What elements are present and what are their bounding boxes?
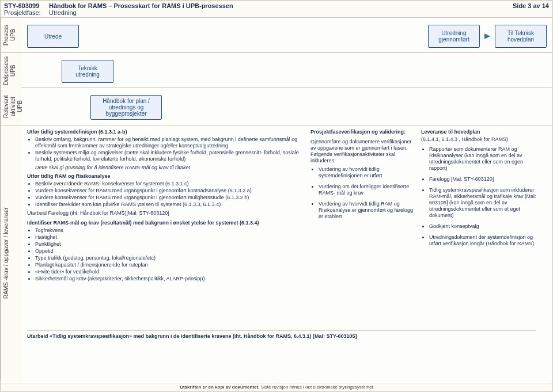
li: Godkjent konseptvalg	[429, 223, 536, 230]
page-header: STY-603099 Prosjektfase: Håndbok for RAM…	[1, 1, 552, 18]
verif-p1: Gjennomføre og dokumentere verifikasjone…	[310, 139, 414, 151]
li: Rapporter som dokumenterer RAM og Risiko…	[429, 146, 536, 172]
box-til-teknisk-hovedplan: Til Tekniskhovedplan	[495, 25, 547, 48]
h-systemdef: Utfør tidlig systemdefinisjon (6.1.3.1 a…	[27, 129, 304, 135]
lane-prosess: ProsessUPB Utrede Utredninggjennomført T…	[1, 18, 552, 53]
li: Farelogg [Mal: STY-603120]	[429, 176, 536, 182]
li: Hastighet	[35, 234, 304, 241]
li: Beskriv systemets miljø og omgivelser (D…	[35, 150, 304, 162]
page-footer: Utskriften er en kopi av dokumentet. Sis…	[1, 383, 552, 391]
lane-label-delprosess: DelprosessUPB	[1, 53, 21, 89]
lane-aktivitet: Relevantaktivitet UPB Håndbok for plan /…	[1, 88, 552, 125]
doc-id: STY-603099	[4, 2, 49, 9]
li: Vurdere konsekvenser for RAMS med utgang…	[35, 188, 304, 194]
page-number: Side 3 av 14	[497, 2, 549, 9]
doc-title: Håndbok for RAMS – Prosesskart for RAMS …	[49, 2, 497, 9]
lane-rams: RAMS -krav / oppgaver / leveranser Utfør…	[1, 125, 552, 380]
h-leveranse-ref: (6.1.4.1, 6.1.4.3 , Håndbok for RAMS)	[421, 136, 536, 143]
lane-label-prosess: ProsessUPB	[1, 18, 21, 52]
lane-label-aktivitet: Relevantaktivitet UPB	[1, 88, 21, 125]
li: Vurdering av hvorvidt tidlig systemdefin…	[319, 166, 414, 179]
lane-label-rams: RAMS -krav / oppgaver / leveranser	[1, 125, 21, 380]
li: Type trafikk (godstog, persontog, lokal/…	[35, 255, 304, 261]
li: Identifiser farekilder som kan påvirke R…	[35, 201, 304, 208]
li: «Hvite tider» for vedlikehold	[35, 269, 304, 275]
box-teknisk-utredning: Tekniskutredning	[62, 60, 113, 83]
box-utredning-gjennomfort: Utredninggjennomført	[428, 25, 480, 48]
rams-col-deliverables: Leveranse til hovedplan (6.1.4.1, 6.1.4.…	[421, 129, 536, 322]
note-grunnlag: Dette skal gi grunnlag for å identifiser…	[35, 165, 304, 171]
li: Oppetid	[35, 248, 304, 254]
verif-p2: Følgende verifikasjonsaktiviteter skal i…	[310, 151, 414, 164]
page: STY-603099 Prosjektfase: Håndbok for RAM…	[0, 0, 553, 392]
li: Vurdering av hvorvidt tidlig RAM og Risi…	[319, 201, 414, 220]
li: Utredningsdokument der systemdefinisjon …	[429, 234, 536, 247]
lane-delprosess: DelprosessUPB Tekniskutredning	[1, 53, 552, 88]
li: Vurdere konsekvenser for RAMS med utgang…	[35, 195, 304, 201]
li: Beskriv omfang, bakgrunn, rammer for og …	[35, 136, 304, 149]
li: Planlagt kapasitet / dimensjonerende for…	[35, 262, 304, 268]
li: Togfrekvens	[35, 227, 304, 234]
h-leveranse: Leveranse til hovedplan	[421, 129, 536, 135]
h-ramsmal: Identifiser RAMS-mål og krav (resultatmå…	[27, 220, 304, 226]
footer-bold: Utskriften er en kopi av dokumentet.	[180, 385, 259, 390]
li: Tidlig systemkravspesifikasjon som inklu…	[429, 187, 536, 219]
rams-col-verification: Prosjektfaseverifikasjon og validering: …	[310, 129, 414, 322]
h-risiko: Utfør tidlig RAM og Risikoanalyse	[27, 173, 304, 180]
box-utrede: Utrede	[27, 25, 79, 48]
phase-value: Utredning	[49, 9, 497, 16]
li: Sikkerhetsmål og krav (akseptkriterier, …	[35, 276, 304, 282]
li: Punktlighet	[35, 241, 304, 248]
h-farelogg: Utarbeid Farelogg (iht. Håndbok for RAMS…	[27, 210, 304, 216]
final-task: Utarbeid «Tidlig systemkravspesifikasjon…	[27, 330, 536, 378]
li: Vurdering om det foreligger identifisert…	[319, 184, 414, 196]
h-verif: Prosjektfaseverifikasjon og validering:	[310, 129, 414, 135]
footer-rest: Siste revisjon finnes i det elektroniske…	[259, 385, 373, 390]
li: Beskriv overordnede RAMS- konsekvenser f…	[35, 181, 304, 187]
rams-col-tasks: Utfør tidlig systemdefinisjon (6.1.3.1 a…	[27, 129, 304, 322]
phase-label: Prosjektfase:	[4, 9, 49, 16]
box-handbok: Håndbok for plan /utrednings ogbyggepros…	[90, 95, 162, 120]
swimlanes: ProsessUPB Utrede Utredninggjennomført T…	[1, 18, 552, 380]
arrow-icon	[484, 33, 490, 39]
